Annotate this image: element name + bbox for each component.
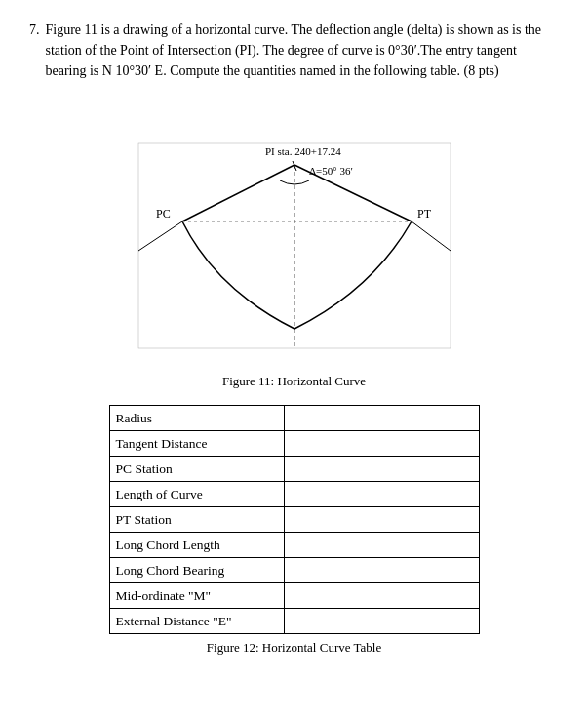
table-row: Mid-ordinate "M" [109,583,479,609]
table-row-label: Length of Curve [109,482,285,507]
table-row-value [285,507,479,533]
svg-line-2 [182,165,294,221]
pi-station-label: PI sta. 240+17.24 [265,145,341,157]
table-row: Length of Curve [109,482,479,507]
table-row: External Distance "E" [109,609,479,634]
table-row: Long Chord Length [109,533,479,558]
table-row-label: External Distance "E" [109,609,285,634]
svg-line-5 [412,221,451,251]
table-row-label: Mid-ordinate "M" [109,583,285,609]
table-row-value [285,406,479,431]
table-row: PT Station [109,507,479,533]
table-row-value [285,482,479,507]
table-row-label: PT Station [109,507,285,533]
table-row-label: Long Chord Bearing [109,558,285,583]
pt-label: PT [417,207,432,221]
table-row-value [285,431,479,457]
table-row-value [285,558,479,583]
figure-11-container: PI sta. 240+17.24 Δ=50° 36′ PC PT Figure… [29,95,559,389]
table-row-value [285,533,479,558]
svg-line-4 [138,221,182,251]
table-row: Tangent Distance [109,431,479,457]
table-row-label: Radius [109,406,285,431]
problem-text: Figure 11 is a drawing of a horizontal c… [46,20,560,81]
table-row-label: PC Station [109,457,285,482]
table-row: Long Chord Bearing [109,558,479,583]
pc-label: PC [156,207,171,221]
figure-12-caption: Figure 12: Horizontal Curve Table [207,640,381,656]
curve-diagram: PI sta. 240+17.24 Δ=50° 36′ PC PT [129,95,460,368]
figure-11-caption: Figure 11: Horizontal Curve [222,374,366,389]
table-row-value [285,583,479,609]
table-section: RadiusTangent DistancePC StationLength o… [29,405,559,656]
table-row-label: Long Chord Length [109,533,285,558]
problem-number: 7. [29,20,40,81]
table-row-value [285,457,479,482]
table-row-label: Tangent Distance [109,431,285,457]
table-row: PC Station [109,457,479,482]
diagram-wrapper: PI sta. 240+17.24 Δ=50° 36′ PC PT [129,95,460,368]
table-row: Radius [109,406,479,431]
table-row-value [285,609,479,634]
delta-label: Δ=50° 36′ [309,165,353,177]
curve-table: RadiusTangent DistancePC StationLength o… [109,405,480,634]
